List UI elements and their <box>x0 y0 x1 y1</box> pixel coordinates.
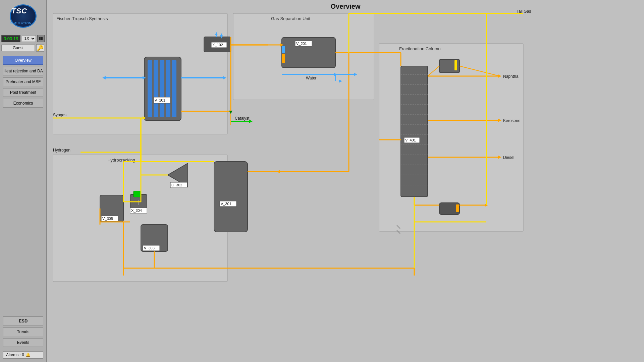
svg-rect-24 <box>282 54 285 63</box>
alarms-row: Alarms : 0 🔔 <box>3 351 43 359</box>
pause-button[interactable] <box>37 35 45 42</box>
logo-text: TSC <box>11 7 27 15</box>
sidebar: TSC SIMULATION 0:00:19 1X2X5X Guest 🔑 Ov… <box>0 0 47 362</box>
alarms-label: Alarms : 0 <box>6 353 24 357</box>
svg-rect-71 <box>456 204 459 212</box>
svg-rect-25 <box>282 46 285 53</box>
naphtha-label: Naphtha <box>503 74 519 79</box>
ft-synthesis-box <box>53 13 227 134</box>
nav-post-treatment[interactable]: Post treatment <box>3 88 43 97</box>
nav-overview[interactable]: Overview <box>3 56 43 65</box>
nav-heat-rejection[interactable]: Heat rejection and DA <box>3 67 43 75</box>
events-button[interactable]: Events <box>3 338 43 347</box>
v401-body[interactable] <box>401 66 428 197</box>
c302-label: C_302 <box>171 183 182 187</box>
tsc-logo: TSC SIMULATION <box>8 3 38 29</box>
hydrogen-label: Hydrogen <box>53 148 70 153</box>
key-icon[interactable]: 🔑 <box>36 44 44 52</box>
gas-sep-label: Gas Separation Unit <box>271 16 310 21</box>
svg-rect-2 <box>148 60 152 117</box>
v201-label: V_201 <box>296 42 307 46</box>
nav-preheater[interactable]: Preheater and MSF <box>3 77 43 86</box>
tall-gas-label: Tall Gas <box>517 9 531 14</box>
svg-rect-4 <box>160 60 164 117</box>
logo-area: TSC SIMULATION <box>0 0 46 32</box>
svg-rect-1 <box>41 37 43 40</box>
ft-synthesis-label: Fischer-Tropsch Synthesis <box>56 16 108 21</box>
v301-label: V_301 <box>221 202 231 206</box>
kerosene-label: Kerosene <box>503 118 521 123</box>
svg-marker-31 <box>277 170 280 173</box>
time-display: 0:00:19 <box>1 35 20 42</box>
nav-economics[interactable]: Economics <box>3 99 43 108</box>
frac-label: Fractionation Column <box>399 46 441 51</box>
v305-label: V_305 <box>102 217 113 221</box>
svg-rect-62 <box>454 60 457 70</box>
svg-rect-0 <box>39 37 41 40</box>
v101-label: V_101 <box>155 98 165 102</box>
diesel-label: Diesel <box>503 155 514 160</box>
x102-label: X_102 <box>212 43 223 47</box>
svg-rect-5 <box>166 60 170 117</box>
user-row: Guest 🔑 <box>1 44 45 52</box>
svg-rect-6 <box>172 60 176 117</box>
v301-body[interactable] <box>214 162 248 232</box>
water-label: Water <box>306 76 317 80</box>
trends-button[interactable]: Trends <box>3 327 43 336</box>
x304-label: X_304 <box>131 208 142 213</box>
esd-button[interactable]: ESD <box>3 316 43 325</box>
time-row: 0:00:19 1X2X5X <box>1 35 45 42</box>
v401-label: V_401 <box>405 138 416 142</box>
v303-label: V_303 <box>144 246 155 250</box>
alarm-icon[interactable]: 🔔 <box>25 353 31 357</box>
syngas-label: Syngas <box>53 113 66 117</box>
catalyst-stream-label: Catalyst <box>235 116 250 121</box>
svg-marker-20 <box>249 120 253 123</box>
main-area: Overview Fischer-Tropsch Synthesis Gas S… <box>47 0 644 362</box>
process-flow-svg: Fischer-Tropsch Synthesis Gas Separation… <box>47 7 644 362</box>
hydro-box <box>53 155 227 282</box>
svg-rect-3 <box>154 60 158 117</box>
x304-green <box>133 191 141 197</box>
user-button[interactable]: Guest <box>1 45 35 51</box>
speed-select[interactable]: 1X2X5X <box>22 35 36 42</box>
simulation-text: SIMULATION <box>10 21 32 25</box>
